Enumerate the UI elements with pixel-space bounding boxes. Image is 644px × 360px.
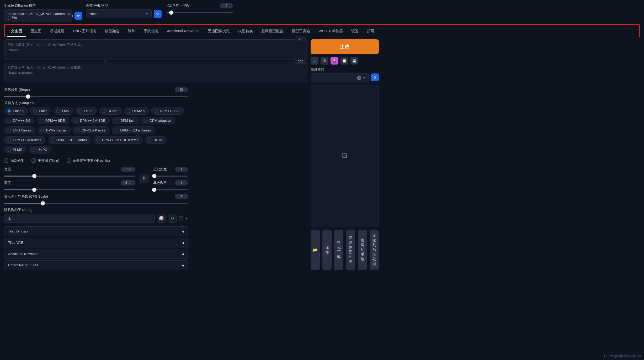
sampler-option[interactable]: DPM2 xyxy=(99,107,121,115)
radio-icon xyxy=(7,138,11,142)
sampler-option[interactable]: DPM++ SDE xyxy=(37,117,69,124)
tiling-checkbox[interactable]: 平铺图 (Tiling) xyxy=(31,158,59,163)
tab-0[interactable]: 文生图 xyxy=(7,26,26,37)
refresh-icon: ⟳ xyxy=(77,14,80,18)
seed-input[interactable]: -1 xyxy=(4,214,155,223)
tab-13[interactable]: 设置 xyxy=(347,26,363,37)
refresh-icon: ⟳ xyxy=(156,12,159,16)
accordion-item[interactable]: Tiled VAE xyxy=(4,238,188,247)
arrow-tool-button[interactable]: ↙ xyxy=(311,57,318,65)
random-seed-button[interactable]: 🎲 xyxy=(157,214,166,223)
save-style-button[interactable]: 💾 xyxy=(350,57,358,65)
swap-dims-button[interactable]: ⇅ xyxy=(140,174,149,183)
tab-12[interactable]: WD 1.4 标签器 xyxy=(314,26,347,37)
clip-skip-slider[interactable] xyxy=(167,12,233,13)
save-button[interactable]: 保存 xyxy=(322,230,332,270)
seed-label: 随机数种子 (Seed) xyxy=(4,208,188,212)
face-restore-checkbox[interactable]: 面部修复 xyxy=(4,158,24,163)
hires-fix-checkbox[interactable]: 高分辨率修复 (Hires. fix) xyxy=(67,158,110,163)
tab-7[interactable]: Additional Networks xyxy=(163,26,204,37)
reuse-seed-button[interactable]: ♻ xyxy=(168,214,177,223)
styles-select[interactable]: × ▼ xyxy=(311,73,369,82)
recycle-icon: ♻ xyxy=(171,216,174,221)
sampler-option[interactable]: DDIM xyxy=(145,136,167,144)
sampler-option[interactable]: DPM++ 2S a Karras xyxy=(112,126,155,134)
sampler-option[interactable]: DPM2 Karras xyxy=(38,126,71,134)
sampler-option[interactable]: LMS xyxy=(54,107,74,115)
sampler-option[interactable]: Euler xyxy=(30,107,51,115)
sd-model-select[interactable]: realisticVisionV60B1_v51VAE.safetensors … xyxy=(4,9,72,22)
trash-button[interactable]: 🗑 xyxy=(321,57,328,65)
sampler-option[interactable]: DPM++ 2M SDE xyxy=(71,117,110,124)
radio-icon xyxy=(148,138,151,142)
sampler-option[interactable]: DPM++ 2M xyxy=(4,117,35,124)
sampler-option[interactable]: UniPC xyxy=(29,146,52,153)
clear-styles-button[interactable]: × xyxy=(357,76,361,80)
tab-8[interactable]: 无边图像浏览 xyxy=(204,26,234,37)
accordion-item[interactable]: Tiled Diffusion xyxy=(4,226,188,236)
batch-count-slider[interactable] xyxy=(153,176,188,177)
cfg-value: 7 xyxy=(175,194,188,199)
tab-5[interactable]: 训练 xyxy=(124,26,140,37)
image-icon: 🖼 xyxy=(342,153,348,160)
sampler-option[interactable]: DPM2 a xyxy=(124,107,149,115)
sampler-group: Euler aEulerLMSHeunDPM2DPM2 aDPM++ 2S aD… xyxy=(4,107,188,153)
refresh-styles-button[interactable]: ⟳ xyxy=(371,73,379,81)
tab-6[interactable]: 系统信息 xyxy=(140,26,163,37)
radio-icon xyxy=(40,119,43,123)
arrow-icon: ↙ xyxy=(313,59,316,63)
sampler-option[interactable]: PLMS xyxy=(4,146,26,153)
tab-4[interactable]: 模型融合 xyxy=(101,26,124,37)
cfg-label: 提示词引导系数 (CFG Scale) xyxy=(4,194,48,199)
send-to-inpaint-button[interactable]: 发送到 重绘 xyxy=(358,230,367,270)
sampler-option[interactable]: DPM fast xyxy=(112,117,139,124)
tab-1[interactable]: 图生图 xyxy=(26,26,46,37)
sampler-option[interactable]: DPM++ 2M SDE Karras xyxy=(93,136,143,144)
sampler-option[interactable]: Heun xyxy=(76,107,97,115)
refresh-vae-button[interactable]: ⟳ xyxy=(154,10,162,18)
sampler-option[interactable]: LMS Karras xyxy=(4,126,35,134)
vae-select[interactable]: None ▼ xyxy=(86,9,152,18)
radio-icon xyxy=(7,148,11,152)
chevron-down-icon: ▼ xyxy=(363,77,365,80)
clipboard-button[interactable]: 📋 xyxy=(340,57,348,65)
sampler-option[interactable]: DPM++ 2M Karras xyxy=(4,136,46,144)
chevron-left-icon xyxy=(182,252,184,256)
extra-networks-button[interactable]: 🎴 xyxy=(331,57,338,65)
height-slider[interactable] xyxy=(4,189,135,190)
main-tabs: 文生图图生图后期处理PNG 图片信息模型融合训练系统信息Additional N… xyxy=(5,25,639,37)
sampler-option[interactable]: DPM adaptive xyxy=(141,117,176,124)
output-preview: 🖼 xyxy=(311,85,379,227)
steps-slider[interactable] xyxy=(4,96,188,97)
tab-11[interactable]: 模型工具箱 xyxy=(288,26,314,37)
send-to-img2img-button[interactable]: 发送到 图生图 xyxy=(346,230,355,270)
seed-extra-checkbox[interactable] xyxy=(179,216,183,220)
generate-button[interactable]: 生成 xyxy=(311,39,379,54)
send-to-extras-button[interactable]: 发送到 后期处理 xyxy=(370,230,379,270)
sampler-option[interactable]: Euler a xyxy=(4,107,28,115)
tab-2[interactable]: 后期处理 xyxy=(46,26,69,37)
tab-10[interactable]: 超级模型融合 xyxy=(257,26,288,37)
cfg-slider[interactable] xyxy=(4,203,188,204)
open-folder-button[interactable]: 📂 xyxy=(311,230,320,270)
accordion-item[interactable]: Additional Networks xyxy=(4,249,188,259)
tab-14[interactable]: 扩展 xyxy=(363,26,379,37)
tab-9[interactable]: 模型转换 xyxy=(234,26,257,37)
positive-prompt[interactable]: 0/75 正向提示词 (按 Ctrl+Enter 或 Alt+Enter 开始生… xyxy=(4,39,308,60)
sampler-option[interactable]: DPM2 a Karras xyxy=(73,126,110,134)
sampler-option[interactable]: DPM++ 2S a xyxy=(151,107,184,115)
radio-icon xyxy=(33,109,37,113)
sampler-option[interactable]: DPM++ SDE Karras xyxy=(48,136,91,144)
dice-icon: 🎲 xyxy=(159,216,164,221)
zip-button[interactable]: 打包下载 xyxy=(334,230,343,270)
width-slider[interactable] xyxy=(4,176,135,177)
chevron-left-icon xyxy=(182,241,184,245)
radio-icon xyxy=(96,138,100,142)
radio-icon xyxy=(115,119,118,123)
refresh-model-button[interactable]: ⟳ xyxy=(74,12,82,20)
accordion-item[interactable]: ControlNet v1.1.441 xyxy=(4,260,188,270)
height-label: 高度 xyxy=(4,181,11,185)
negative-prompt[interactable]: 0/75 反向提示词 (按 Ctrl+Enter 或 Alt+Enter 开始生… xyxy=(4,62,308,82)
batch-size-slider[interactable] xyxy=(153,189,188,190)
tab-3[interactable]: PNG 图片信息 xyxy=(69,26,101,37)
